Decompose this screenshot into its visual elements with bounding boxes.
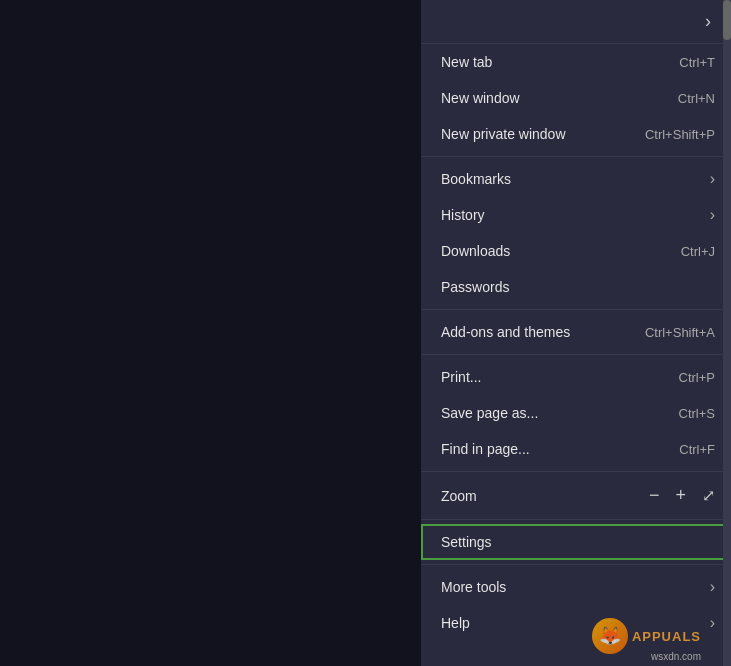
divider-divider-2 [421,309,731,310]
menu-item-label-addons: Add-ons and themes [441,324,625,340]
menu-item-label-new-private-window: New private window [441,126,625,142]
menu-item-label-find-in-page: Find in page... [441,441,659,457]
menu-item-shortcut-addons: Ctrl+Shift+A [645,325,715,340]
menu-item-label-new-window: New window [441,90,658,106]
menu-item-new-private-window[interactable]: New private windowCtrl+Shift+P [421,116,731,152]
menu-item-arrow-history: › [710,206,715,224]
menu-item-passwords[interactable]: Passwords [421,269,731,305]
menu-item-label-settings: Settings [441,534,715,550]
menu-item-shortcut-print: Ctrl+P [679,370,715,385]
watermark-site: wsxdn.com [651,651,701,662]
menu-item-arrow-bookmarks: › [710,170,715,188]
fox-icon: 🦊 [599,625,621,647]
menu-item-shortcut-new-tab: Ctrl+T [679,55,715,70]
scrollbar[interactable] [723,0,731,666]
menu-item-label-more-tools: More tools [441,579,702,595]
menu-item-label-print: Print... [441,369,659,385]
menu-item-label-bookmarks: Bookmarks [441,171,702,187]
menu-item-save-page[interactable]: Save page as...Ctrl+S [421,395,731,431]
menu-item-downloads[interactable]: DownloadsCtrl+J [421,233,731,269]
menu-item-arrow-more-tools: › [710,578,715,596]
menu-item-bookmarks[interactable]: Bookmarks› [421,161,731,197]
zoom-controls: −+⤢ [649,485,715,506]
appuals-logo: 🦊 [592,618,628,654]
menu-item-new-tab[interactable]: New tabCtrl+T [421,44,731,80]
menu-item-shortcut-find-in-page: Ctrl+F [679,442,715,457]
divider-divider-6 [421,564,731,565]
divider-divider-4 [421,471,731,472]
menu-item-shortcut-new-window: Ctrl+N [678,91,715,106]
zoom-row: Zoom−+⤢ [421,476,731,515]
menu-item-shortcut-save-page: Ctrl+S [679,406,715,421]
divider-divider-1 [421,156,731,157]
menu-item-label-downloads: Downloads [441,243,661,259]
menu-item-settings[interactable]: Settings [421,524,731,560]
menu-header: › [421,0,731,44]
zoom-decrease-button[interactable]: − [649,485,660,506]
scrollbar-thumb[interactable] [723,0,731,40]
menu-item-shortcut-downloads: Ctrl+J [681,244,715,259]
zoom-label: Zoom [441,488,649,504]
menu-item-history[interactable]: History› [421,197,731,233]
menu-item-more-tools[interactable]: More tools› [421,569,731,605]
menu-item-label-passwords: Passwords [441,279,715,295]
menu-item-arrow-help: › [710,614,715,632]
menu-item-shortcut-new-private-window: Ctrl+Shift+P [645,127,715,142]
menu-item-label-history: History [441,207,702,223]
watermark-badge: 🦊 APPUALS [592,618,701,654]
menu-item-label-save-page: Save page as... [441,405,659,421]
menu-expand-icon: › [705,11,711,32]
menu-item-addons[interactable]: Add-ons and themesCtrl+Shift+A [421,314,731,350]
browser-menu: › New tabCtrl+TNew windowCtrl+NNew priva… [421,0,731,666]
zoom-fullscreen-button[interactable]: ⤢ [702,486,715,505]
appuals-brand: APPUALS [632,629,701,644]
menu-item-find-in-page[interactable]: Find in page...Ctrl+F [421,431,731,467]
zoom-increase-button[interactable]: + [675,485,686,506]
menu-item-print[interactable]: Print...Ctrl+P [421,359,731,395]
menu-item-label-new-tab: New tab [441,54,659,70]
divider-divider-5 [421,519,731,520]
divider-divider-3 [421,354,731,355]
menu-items-list: New tabCtrl+TNew windowCtrl+NNew private… [421,44,731,641]
menu-item-new-window[interactable]: New windowCtrl+N [421,80,731,116]
